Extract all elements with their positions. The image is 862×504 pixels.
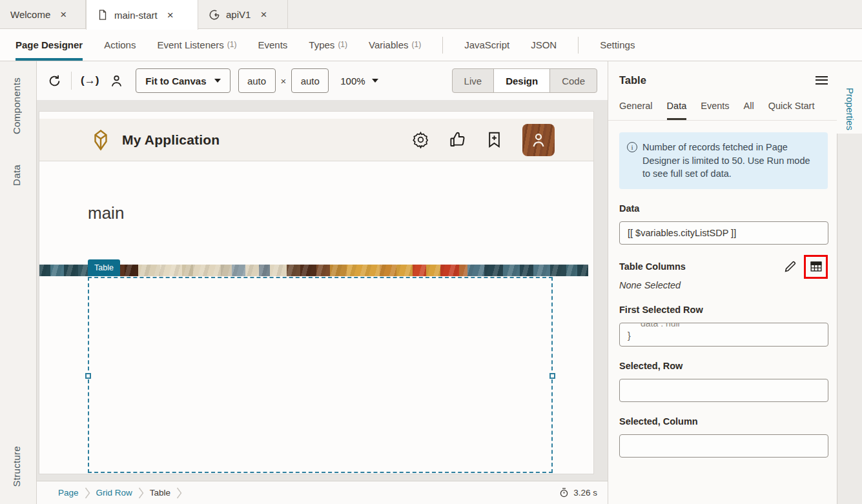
render-time-value: 3.26 s — [573, 488, 597, 498]
nav-events[interactable]: Events — [258, 29, 287, 61]
rail-tab-components[interactable]: Components — [11, 77, 22, 134]
tab-all[interactable]: All — [744, 101, 754, 120]
user-persona-icon[interactable] — [109, 74, 124, 88]
canvas-width-input[interactable] — [238, 68, 276, 93]
nav-label: JavaScript — [464, 39, 509, 50]
properties-panel: Table General Data Events All Quick Star… — [608, 61, 837, 504]
tab-main-start[interactable]: main-start × — [86, 0, 198, 30]
rail-tab-structure[interactable]: Structure — [11, 446, 22, 487]
window-tab-bar: Welcome × main-start × apiV1 × — [0, 0, 862, 29]
right-rail-track — [837, 134, 862, 504]
thumbs-up-icon[interactable] — [449, 131, 466, 148]
columns-none-selected: None Selected — [619, 280, 828, 290]
designer-center: (→) Fit to Canvas × 100% Live Design Cod… — [37, 61, 608, 504]
close-icon[interactable]: × — [260, 9, 267, 20]
table-header-image[interactable] — [39, 265, 588, 276]
nav-settings[interactable]: Settings — [600, 29, 635, 61]
nav-event-listeners[interactable]: Event Listeners(1) — [157, 29, 236, 61]
data-expression-input[interactable] — [619, 221, 828, 245]
selected-row-label: Selected, Row — [619, 361, 828, 371]
resize-handle-left[interactable] — [85, 373, 91, 379]
canvas-height-input[interactable] — [291, 68, 329, 93]
nav-page-designer[interactable]: Page Designer — [15, 29, 83, 61]
close-icon[interactable]: × — [167, 10, 174, 21]
tab-apiv1-label: apiV1 — [226, 9, 251, 20]
avatar[interactable] — [522, 124, 555, 156]
first-selected-row-clipped-text: data : null — [620, 323, 828, 330]
person-icon — [529, 130, 548, 150]
panel-tabs: General Data Events All Quick Start — [608, 101, 837, 121]
manage-columns-table-icon[interactable] — [809, 259, 823, 274]
app-logo-icon — [90, 129, 112, 151]
design-mode-button[interactable]: Design — [493, 68, 550, 93]
toolbar-divider — [71, 72, 72, 90]
nav-label: Events — [258, 39, 287, 50]
nav-count: (1) — [338, 40, 347, 49]
rail-tab-data[interactable]: Data — [11, 165, 22, 186]
tab-welcome-label: Welcome — [10, 9, 50, 20]
breadcrumb: Page Grid Row Table 3.26 s — [37, 481, 608, 504]
page-preview[interactable]: My Application main Table — [39, 111, 594, 474]
info-banner-text: Number of records fetched in Page Design… — [642, 141, 819, 181]
highlight-box — [804, 255, 828, 279]
chevron-down-icon — [372, 79, 378, 83]
nav-label: Actions — [104, 39, 136, 50]
bookmark-add-icon[interactable] — [486, 131, 503, 148]
selected-row-input[interactable] — [619, 379, 828, 402]
nav-label: Settings — [600, 39, 635, 50]
breadcrumb-page[interactable]: Page — [58, 488, 79, 498]
nav-javascript[interactable]: JavaScript — [464, 29, 509, 61]
right-rail: Properties — [837, 61, 862, 504]
nav-count: (1) — [411, 40, 421, 49]
nav-label: JSON — [531, 39, 557, 50]
nav-variables[interactable]: Variables(1) — [369, 29, 421, 61]
nav-divider — [442, 37, 443, 54]
fit-to-canvas-dropdown[interactable]: Fit to Canvas — [136, 68, 230, 93]
service-connection-icon — [209, 9, 220, 21]
design-canvas: My Application main Table — [37, 100, 608, 481]
zoom-level-dropdown[interactable]: 100% — [340, 76, 378, 86]
times-separator: × — [281, 76, 287, 86]
binding-mode-icon[interactable]: (→) — [81, 74, 99, 87]
panel-title: Table — [619, 74, 646, 86]
nav-json[interactable]: JSON — [531, 29, 557, 61]
gear-icon[interactable] — [412, 131, 429, 148]
close-icon[interactable]: × — [60, 9, 67, 20]
code-mode-button[interactable]: Code — [549, 68, 597, 93]
live-mode-button[interactable]: Live — [452, 68, 495, 93]
app-title: My Application — [122, 132, 220, 148]
tab-apiv1[interactable]: apiV1 × — [198, 0, 288, 29]
edit-columns-pencil-icon[interactable] — [783, 259, 797, 274]
render-timer: 3.26 s — [559, 487, 597, 498]
nav-label: Event Listeners — [157, 39, 223, 50]
info-icon — [627, 142, 637, 152]
page-heading[interactable]: main — [88, 203, 124, 223]
nav-types[interactable]: Types(1) — [309, 29, 347, 61]
menu-icon[interactable] — [816, 72, 828, 88]
tab-events[interactable]: Events — [701, 101, 729, 120]
table-columns-label: Table Columns — [619, 261, 686, 272]
selection-outline[interactable] — [88, 277, 553, 473]
rail-tab-properties[interactable]: Properties — [845, 88, 855, 130]
tab-welcome[interactable]: Welcome × — [0, 0, 86, 29]
breadcrumb-grid-row[interactable]: Grid Row — [96, 488, 132, 498]
tab-general[interactable]: General — [619, 101, 653, 120]
stopwatch-icon — [559, 487, 570, 498]
app-header: My Application — [39, 119, 593, 161]
chevron-right-icon — [85, 487, 90, 499]
chevron-down-icon — [214, 79, 221, 83]
left-rail: Components Data Structure — [0, 61, 37, 504]
component-badge[interactable]: Table — [88, 259, 120, 276]
nav-count: (1) — [227, 40, 237, 49]
breadcrumb-table[interactable]: Table — [150, 488, 170, 498]
zoom-level-value: 100% — [340, 76, 365, 86]
tab-main-start-label: main-start — [114, 10, 158, 21]
tab-quick-start[interactable]: Quick Start — [768, 101, 815, 120]
fit-to-canvas-label: Fit to Canvas — [145, 76, 206, 86]
first-selected-row-input[interactable]: data : null } — [619, 323, 828, 347]
tab-data[interactable]: Data — [667, 101, 687, 120]
refresh-icon[interactable] — [47, 74, 62, 88]
resize-handle-right[interactable] — [549, 373, 555, 379]
selected-column-input[interactable] — [619, 434, 828, 458]
nav-actions[interactable]: Actions — [104, 29, 136, 61]
